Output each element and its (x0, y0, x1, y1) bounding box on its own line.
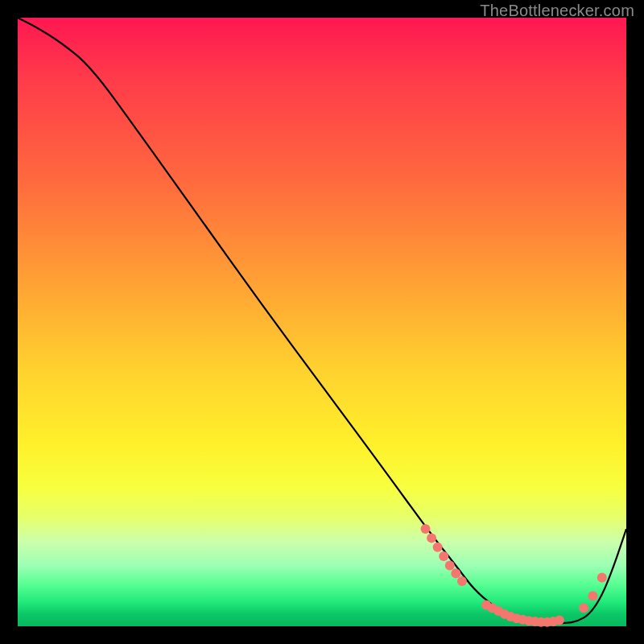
watermark-text: TheBottlenecker.com (480, 2, 634, 20)
chart-marker (439, 551, 448, 561)
chart-marker (579, 603, 588, 613)
chart-marker (457, 576, 467, 586)
chart-marker (597, 573, 607, 583)
chart-marker (421, 524, 431, 534)
chart-marker (451, 568, 460, 578)
chart-svg (18, 18, 626, 626)
chart-curve (18, 18, 626, 623)
chart-root: TheBottlenecker.com (0, 0, 644, 644)
chart-marker (433, 543, 443, 552)
chart-marker (588, 591, 597, 601)
chart-marker (445, 560, 455, 570)
chart-marker (555, 615, 564, 625)
chart-markers (421, 524, 607, 627)
chart-marker (427, 533, 436, 543)
